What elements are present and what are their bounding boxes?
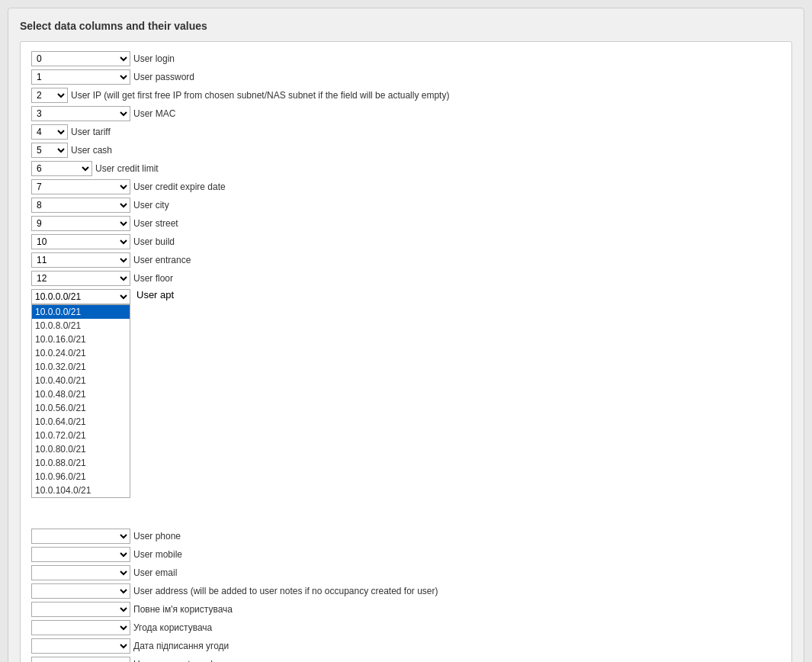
row-user-passport-number: User passport number — [31, 657, 781, 662]
select-user-credit-expire[interactable]: 70 — [31, 179, 130, 194]
dropdown-option-3[interactable]: 10.0.16.0/21 — [32, 333, 130, 346]
select-user-build[interactable]: 100 — [31, 234, 130, 249]
row-user-credit-limit: 601 User credit limit — [31, 161, 781, 176]
label-user-build: User build — [133, 236, 175, 247]
row-user-email: User email — [31, 565, 781, 580]
dropdown-option-4[interactable]: 10.0.24.0/21 — [32, 346, 130, 360]
select-user-credit-limit[interactable]: 601 — [31, 161, 92, 176]
dropdown-option-10[interactable]: 10.0.72.0/21 — [32, 429, 130, 442]
label-user-agreement-date: Дата підписання угоди — [133, 641, 229, 651]
row-user-mobile: User mobile — [31, 547, 781, 562]
label-user-floor: User floor — [133, 273, 173, 284]
select-user-phone[interactable] — [31, 529, 130, 544]
row-user-login: 0123 User login — [31, 51, 781, 66]
select-user-email[interactable] — [31, 565, 130, 580]
select-user-city[interactable]: 80 — [31, 198, 130, 213]
page-title: Select data columns and their values — [20, 20, 792, 32]
select-user-login[interactable]: 0123 — [31, 51, 130, 66]
label-user-city: User city — [133, 200, 169, 210]
dropdown-option-8[interactable]: 10.0.56.0/21 — [32, 401, 130, 415]
dropdown-option-11[interactable]: 10.0.80.0/21 — [32, 442, 130, 456]
label-user-mobile: User mobile — [133, 549, 182, 560]
row-user-agreement: Угода користувача — [31, 620, 781, 635]
label-user-password: User password — [133, 72, 194, 82]
label-user-login: User login — [133, 53, 175, 64]
row-user-fullname: Повне ім'я користувача — [31, 602, 781, 617]
select-user-cash[interactable]: 501 — [31, 143, 68, 158]
select-user-floor[interactable]: 120 — [31, 271, 130, 286]
row-user-credit-expire: 70 User credit expire date — [31, 179, 781, 194]
label-user-phone: User phone — [133, 531, 181, 541]
select-user-agreement[interactable] — [31, 620, 130, 635]
dropdown-option-9[interactable]: 10.0.64.0/21 — [32, 415, 130, 429]
select-user-fullname[interactable] — [31, 602, 130, 617]
label-user-apt: User apt — [136, 289, 174, 300]
row-user-mac: 3012 User MAC — [31, 106, 781, 121]
dropdown-option-2[interactable]: 10.0.8.0/21 — [32, 319, 130, 333]
row-user-build: 100 User build — [31, 234, 781, 249]
dropdown-option-6[interactable]: 10.0.40.0/21 — [32, 374, 130, 387]
dropdown-option-5[interactable]: 10.0.32.0/21 — [32, 360, 130, 374]
row-user-agreement-date: Дата підписання угоди — [31, 638, 781, 654]
label-user-credit-limit: User credit limit — [95, 163, 159, 174]
row-user-password: 102 User password — [31, 69, 781, 85]
select-user-tariff[interactable]: 40123 — [31, 124, 68, 140]
row-user-floor: 120 User floor — [31, 271, 781, 286]
row-user-address: User address (will be added to user note… — [31, 583, 781, 599]
select-user-entrance[interactable]: 110 — [31, 252, 130, 268]
label-user-street: User street — [133, 218, 178, 229]
select-user-ip[interactable]: 201 — [31, 88, 68, 103]
select-user-apt[interactable]: 10.0.0.0/21 — [31, 289, 130, 304]
label-user-cash: User cash — [71, 145, 112, 156]
label-user-tariff: User tariff — [71, 127, 111, 137]
row-user-street: 90 User street — [31, 216, 781, 231]
select-user-address[interactable] — [31, 583, 130, 599]
row-user-phone: User phone — [31, 529, 781, 544]
label-user-ip: User IP (will get first free IP from cho… — [71, 90, 449, 101]
label-user-agreement: Угода користувача — [133, 622, 212, 633]
label-user-passport-number: User passport number — [133, 659, 224, 662]
select-user-password[interactable]: 102 — [31, 69, 130, 85]
label-user-email: User email — [133, 567, 177, 578]
select-user-agreement-date[interactable] — [31, 638, 130, 654]
columns-box: 0123 User login 102 User password 201 Us… — [20, 41, 792, 662]
select-user-mac[interactable]: 3012 — [31, 106, 130, 121]
row-user-apt: 10.0.0.0/21 10.0.0.0/21 10.0.8.0/21 10.0… — [31, 289, 781, 304]
dropdown-option-7[interactable]: 10.0.48.0/21 — [32, 387, 130, 401]
row-user-entrance: 110 User entrance — [31, 252, 781, 268]
label-user-credit-expire: User credit expire date — [133, 182, 226, 192]
row-user-tariff: 40123 User tariff — [31, 124, 781, 140]
label-user-fullname: Повне ім'я користувача — [133, 604, 233, 615]
select-user-mobile[interactable] — [31, 547, 130, 562]
select-user-passport-number[interactable] — [31, 657, 130, 662]
row-user-ip: 201 User IP (will get first free IP from… — [31, 88, 781, 103]
dropdown-option-1[interactable]: 10.0.0.0/21 — [32, 305, 130, 319]
row-user-city: 80 User city — [31, 198, 781, 213]
label-user-mac: User MAC — [133, 108, 175, 119]
dropdown-option-12[interactable]: 10.0.88.0/21 — [32, 456, 130, 470]
label-user-entrance: User entrance — [133, 255, 191, 265]
apt-dropdown-list[interactable]: 10.0.0.0/21 10.0.8.0/21 10.0.16.0/21 10.… — [31, 304, 130, 498]
dropdown-option-14[interactable]: 10.0.104.0/21 — [32, 484, 130, 497]
label-user-address: User address (will be added to user note… — [133, 586, 438, 596]
main-container: Select data columns and their values 012… — [8, 8, 804, 662]
row-user-cash: 501 User cash — [31, 143, 781, 158]
dropdown-option-13[interactable]: 10.0.96.0/21 — [32, 470, 130, 484]
select-user-street[interactable]: 90 — [31, 216, 130, 231]
